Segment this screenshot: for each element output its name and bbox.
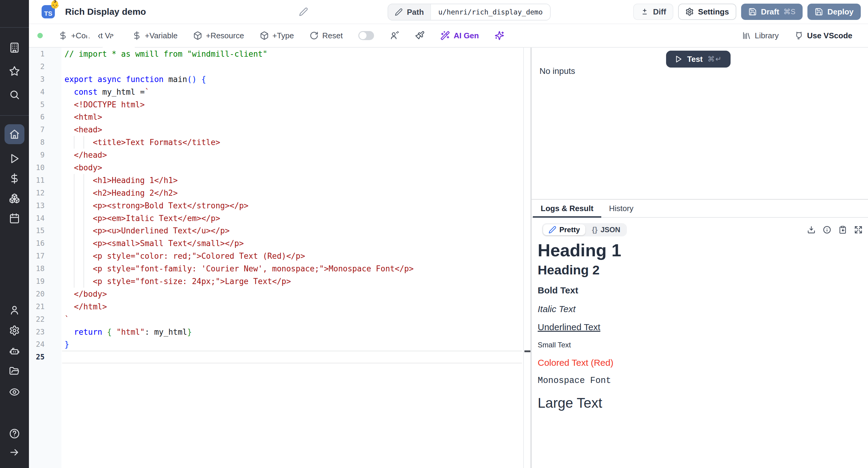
editor-right-edge [523,48,524,468]
toggle-knob [359,32,367,39]
json-view-button[interactable]: {} JSON [587,224,626,235]
line-number: 18 [29,264,44,273]
deploy-button[interactable]: Deploy [807,4,861,20]
pretty-view-button[interactable]: Pretty [543,224,585,235]
sidebar-group-footer [0,428,29,458]
sidebar-item-search[interactable] [9,89,20,100]
result-info-button[interactable] [823,226,831,234]
sidebar-item-expand-sidebar[interactable] [9,447,20,458]
indent-guide [84,262,84,275]
typescript-badge: TS 👶 [41,5,55,19]
result-output: Heading 1Heading 2Bold TextItalic TextUn… [532,236,868,411]
code-line-22: 22` [29,313,530,326]
box-icon [193,31,202,40]
add-resource-label: +Resource [206,31,244,40]
add-type-button[interactable]: +Type [260,31,294,40]
indent-guide [74,174,74,187]
code-line-11: 11 <h1>Heading 1</h1> [29,174,530,187]
expand-icon [854,226,863,234]
tab-logs-result[interactable]: Logs & Result [533,200,601,217]
code-line-1: 1// import * as wmill from "windmill-cli… [29,48,530,60]
deploy-label: Deploy [827,7,854,17]
code-line-17: 17 <p style="color: red;">Colored Text (… [29,250,530,262]
sidebar [0,0,29,468]
line-number: 21 [29,302,44,311]
indent-guide [84,275,84,288]
draft-button[interactable]: Draft ⌘S [741,4,803,20]
line-number: 23 [29,328,44,336]
test-button[interactable]: Test ⌘↵ [666,51,731,67]
script-emoji: 👶 [50,0,60,8]
line-number: 4 [29,88,44,96]
edit-summary-button[interactable] [299,7,308,16]
settings-button[interactable]: Settings [678,4,736,20]
line-number: 7 [29,125,44,134]
code-line-4: 4 const my_html =` [29,86,530,98]
sidebar-item-home[interactable] [4,124,24,144]
indent-guide [84,174,84,187]
pencil-icon [395,8,403,16]
use-vscode-button[interactable]: Use VScode [795,31,852,40]
tab-history[interactable]: History [601,200,641,217]
building-icon [9,42,20,53]
code-line-2: 2 [29,60,530,73]
code-line-16: 16 <p><small>Small Text</small></p> [29,237,530,250]
sidebar-group-main [0,124,29,224]
sidebar-item-variables[interactable] [9,173,20,184]
sidebar-item-audit-logs[interactable] [9,387,20,398]
output-italic: Italic Text [538,304,868,314]
path-label-segment[interactable]: Path [388,4,430,20]
windmill-logo[interactable] [8,4,21,17]
eye-icon [9,387,20,398]
line-number: 25 [29,353,44,361]
code-editor[interactable]: 1// import * as wmill from "windmill-cli… [29,48,530,468]
sidebar-item-folders[interactable] [9,366,20,377]
sparkles-icon [495,31,504,40]
path-field[interactable]: Path u/henri/rich_display_demo [388,4,551,21]
line-number: 11 [29,176,44,184]
sidebar-item-schedules[interactable] [9,213,20,224]
indent-guide [74,187,74,199]
test-shortcut: ⌘↵ [708,55,722,63]
ai-suggestions-button[interactable] [495,31,504,40]
copy-result-button[interactable] [838,226,847,234]
diff-mode-toggle[interactable] [358,31,374,40]
sidebar-item-workspace[interactable] [9,42,20,53]
code-line-10: 10 <body> [29,161,530,174]
pencil-icon [299,7,308,16]
multiplayer-button[interactable] [390,31,399,40]
code-line-25: 25 [29,351,530,363]
reset-button[interactable]: Reset [310,31,343,40]
format-code-button[interactable] [415,31,425,40]
indent-guide [84,212,84,225]
sidebar-item-runs[interactable] [9,153,20,164]
sidebar-item-resources[interactable] [9,193,20,204]
diff-button[interactable]: Diff [633,4,673,20]
run-panel: Test ⌘↵ No inputs Logs & Result History … [532,48,868,468]
header: TS 👶 Rich Display demo Path u/henri/rich… [29,0,868,24]
sidebar-item-workers[interactable] [9,346,20,356]
sidebar-item-help[interactable] [9,428,20,439]
add-resource-button[interactable]: +Resource [193,31,244,40]
arrow-icon [9,447,20,458]
gear-icon [9,325,20,336]
sidebar-item-users[interactable] [9,304,20,315]
download-result-button[interactable] [807,226,815,234]
ai-gen-button[interactable]: AI Gen [440,31,479,40]
code-line-6: 6 <html> [29,111,530,123]
library-label: Library [755,31,778,40]
sidebar-group-admin [0,304,29,398]
expand-result-button[interactable] [854,226,863,234]
sidebar-item-favorites[interactable] [9,66,20,77]
ai-gen-label: AI Gen [454,31,479,40]
output-red: Colored Text (Red) [538,358,868,368]
toolbar-right: Library Use VScode [742,31,852,40]
line-number: 17 [29,252,44,260]
info-icon [823,226,831,234]
library-icon [742,31,751,40]
sidebar-item-settings[interactable] [9,325,20,336]
wand-sparkles-icon [440,31,450,40]
gear-icon [685,7,694,16]
draft-label: Draft [761,7,779,17]
library-button[interactable]: Library [742,31,778,40]
